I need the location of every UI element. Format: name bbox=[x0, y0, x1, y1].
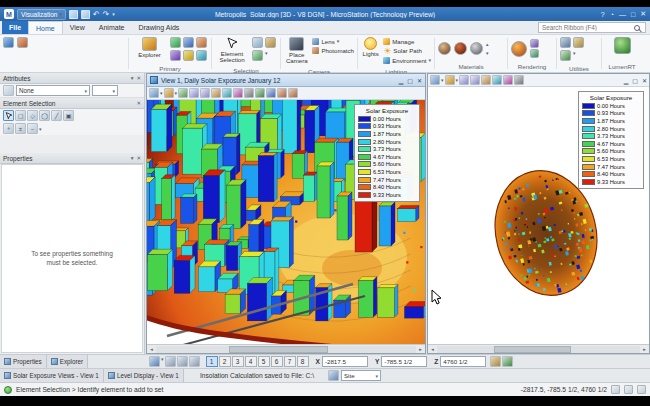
view-toggle[interactable]: 4 bbox=[245, 356, 257, 367]
material-preview-3[interactable] bbox=[470, 42, 483, 55]
chevron-down-icon[interactable]: ▾ bbox=[175, 90, 178, 96]
scroll-right-icon[interactable]: ► bbox=[416, 347, 425, 352]
ribbon-search-input[interactable] bbox=[542, 24, 632, 31]
view1-minimize-button[interactable]: ▁ bbox=[399, 77, 404, 84]
view2-canvas[interactable]: Solar Exposure 0.00 Hours 0.93 Hours 1.8… bbox=[428, 87, 649, 344]
view1-close-button[interactable]: ✕ bbox=[417, 77, 422, 84]
select-all-icon[interactable] bbox=[265, 37, 276, 48]
view-attributes-icon[interactable] bbox=[149, 88, 159, 98]
redo-icon[interactable]: ↷ bbox=[103, 10, 110, 19]
adjust-view-icon[interactable] bbox=[178, 88, 188, 98]
view-attributes-icon[interactable] bbox=[430, 75, 440, 85]
pan-view-icon[interactable] bbox=[244, 88, 254, 98]
z-input[interactable]: 4760 1/2 bbox=[440, 356, 486, 367]
scroll-thumb[interactable] bbox=[494, 346, 571, 353]
help-icon[interactable]: ? bbox=[601, 11, 605, 18]
window-area-icon[interactable] bbox=[211, 88, 221, 98]
solar-path-button[interactable]: ☀ Solar Path bbox=[383, 47, 431, 56]
view1-hscrollbar[interactable]: ◄ ► bbox=[147, 344, 425, 353]
fence-tools-icon[interactable] bbox=[252, 37, 263, 48]
panel-pin-icon[interactable]: ▾ bbox=[131, 155, 134, 161]
view-menu-icon[interactable] bbox=[150, 76, 158, 84]
undo-view-icon[interactable] bbox=[277, 88, 287, 98]
template-dropdown[interactable]: None ▾ bbox=[16, 85, 90, 96]
view-toggle[interactable]: 7 bbox=[284, 356, 296, 367]
locks-icon[interactable] bbox=[624, 385, 633, 394]
tile-views-icon[interactable] bbox=[189, 356, 200, 367]
display-style-icon[interactable] bbox=[164, 88, 174, 98]
chevron-down-icon[interactable]: ▾ bbox=[160, 90, 163, 96]
dock-tab-explorer[interactable]: Explorer bbox=[47, 355, 88, 368]
material-preview-2[interactable] bbox=[454, 42, 467, 55]
selection-more-icon[interactable]: ▾ bbox=[265, 50, 277, 62]
utilities-more-icon[interactable]: ▾ bbox=[573, 50, 585, 62]
user-account-icon[interactable]: ◔ bbox=[610, 11, 614, 18]
zoom-in-icon[interactable] bbox=[189, 88, 199, 98]
scroll-left-icon[interactable]: ◄ bbox=[147, 347, 156, 352]
minimize-button[interactable]: — bbox=[619, 11, 626, 18]
environment-button[interactable]: Environment ▾ bbox=[383, 56, 431, 65]
materials-up-icon[interactable]: ▴ bbox=[486, 41, 489, 47]
dock-tab-properties[interactable]: Properties bbox=[0, 355, 47, 368]
save-icon[interactable] bbox=[69, 10, 78, 19]
scroll-thumb[interactable] bbox=[229, 346, 328, 353]
render-queue-icon[interactable] bbox=[530, 49, 539, 58]
utility-tools-icon[interactable] bbox=[560, 50, 571, 61]
view1-title-bar[interactable]: View 1, Daily Solar Exposure January 12 … bbox=[147, 74, 425, 87]
individual-selection-icon[interactable] bbox=[3, 110, 14, 121]
view-toggle[interactable]: 2 bbox=[219, 356, 231, 367]
zoom-out-icon[interactable] bbox=[200, 88, 210, 98]
print-icon[interactable] bbox=[81, 10, 90, 19]
qat-more-icon[interactable]: ▾ bbox=[112, 11, 115, 17]
workflow-dropdown[interactable]: Visualization ▾ bbox=[17, 9, 66, 20]
pan-view-icon[interactable] bbox=[514, 75, 524, 85]
render-settings-icon[interactable] bbox=[530, 39, 539, 48]
markups-icon[interactable] bbox=[183, 50, 194, 61]
redo-view-icon[interactable] bbox=[288, 88, 298, 98]
view2-hscrollbar[interactable]: ◄ ► bbox=[428, 344, 649, 353]
zoom-in-icon[interactable] bbox=[459, 75, 469, 85]
lumenrt-icon[interactable] bbox=[614, 37, 631, 54]
lens-button[interactable]: Lens ▾ bbox=[312, 37, 354, 46]
material-preview-1[interactable] bbox=[438, 42, 451, 55]
view-toggle[interactable]: 6 bbox=[271, 356, 283, 367]
open-view-icon[interactable] bbox=[165, 356, 176, 367]
walk-icon[interactable] bbox=[255, 88, 265, 98]
attach-tools-icon[interactable] bbox=[3, 37, 14, 48]
new-selection-icon[interactable]: ＋ bbox=[3, 123, 14, 134]
cascade-views-icon[interactable] bbox=[177, 356, 188, 367]
undo-icon[interactable]: ↶ bbox=[93, 10, 100, 19]
panel-pin-icon[interactable]: ▾ bbox=[131, 75, 134, 81]
utility-keyin-icon[interactable] bbox=[560, 37, 571, 48]
selection-options-icon[interactable]: ▾ bbox=[39, 126, 42, 132]
tab-file[interactable]: File bbox=[2, 21, 28, 34]
add-selection-icon[interactable]: ± bbox=[15, 123, 26, 134]
scroll-track[interactable] bbox=[156, 346, 416, 353]
fit-view-icon[interactable] bbox=[222, 88, 232, 98]
display-style-icon[interactable] bbox=[445, 75, 455, 85]
line-selection-icon[interactable]: ╱ bbox=[51, 110, 62, 121]
zoom-out-icon[interactable] bbox=[470, 75, 480, 85]
rotate-view-icon[interactable] bbox=[503, 75, 513, 85]
raster-manager-icon[interactable] bbox=[183, 37, 194, 48]
dock-tab-level-display[interactable]: Level Display - View 1 bbox=[104, 369, 184, 382]
tab-home[interactable]: Home bbox=[28, 21, 63, 34]
render-icon[interactable] bbox=[511, 41, 527, 57]
active-depth-icon[interactable] bbox=[637, 385, 646, 394]
photomatch-button[interactable]: Photomatch bbox=[312, 47, 354, 56]
panel-close-icon[interactable]: ✕ bbox=[136, 75, 141, 81]
dock-tab-solar-exposure-views[interactable]: Solar Exposure Views - View 1 bbox=[0, 369, 104, 382]
view1-maximize-button[interactable]: ▢ bbox=[407, 77, 413, 84]
saved-views-icon[interactable] bbox=[170, 50, 181, 61]
view-toggle[interactable]: 5 bbox=[258, 356, 270, 367]
overlap-selection-icon[interactable]: ▣ bbox=[63, 110, 74, 121]
place-camera-button[interactable]: Place Camera bbox=[284, 37, 309, 65]
view-group-icon[interactable] bbox=[149, 356, 160, 367]
y-input[interactable]: -785.5 1/2 bbox=[381, 356, 427, 367]
scroll-right-icon[interactable]: ► bbox=[640, 347, 649, 352]
details-icon[interactable] bbox=[196, 50, 207, 61]
panel-close-icon[interactable]: ✕ bbox=[136, 100, 141, 106]
explorer-button[interactable]: Explorer bbox=[132, 37, 167, 58]
block-selection-icon[interactable]: ▢ bbox=[15, 110, 26, 121]
maximize-button[interactable]: □ bbox=[631, 11, 635, 18]
